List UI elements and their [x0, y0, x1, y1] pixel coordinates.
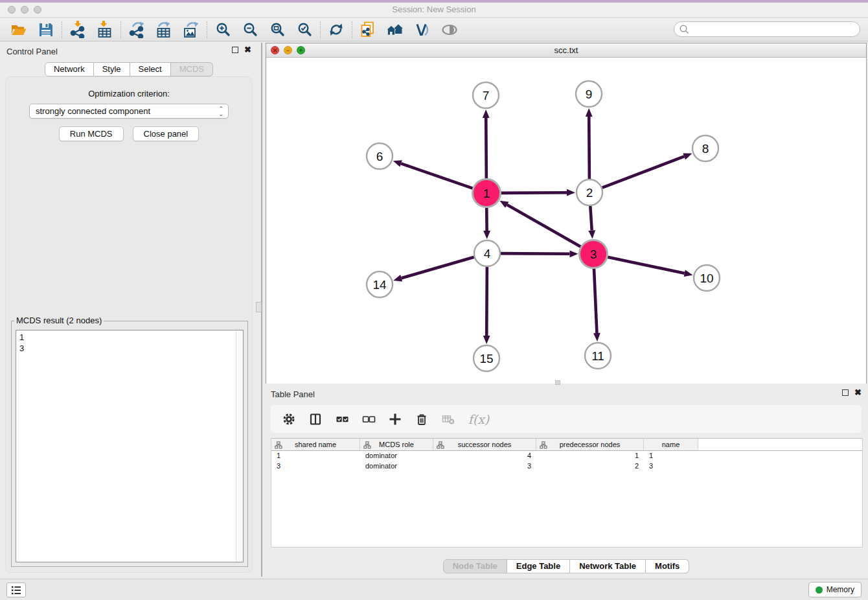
import-table-icon	[97, 21, 113, 38]
delete-column-button[interactable]	[414, 411, 429, 427]
edge-4-14[interactable]	[402, 257, 474, 278]
zoom-out-icon	[243, 22, 258, 37]
search-input[interactable]	[690, 23, 860, 35]
open-file-button[interactable]	[5, 19, 32, 40]
search-box[interactable]	[674, 21, 860, 37]
edge-1-2[interactable]	[501, 192, 567, 193]
edge-1-6[interactable]	[401, 163, 473, 188]
table-panel-title: Table Panel	[271, 389, 315, 399]
show-all-columns-button[interactable]	[334, 411, 350, 427]
apply-layout-button[interactable]	[323, 19, 350, 40]
hide-all-columns-button[interactable]	[361, 411, 376, 427]
edge-4-15[interactable]	[486, 267, 487, 336]
float-panel-icon[interactable]	[232, 47, 238, 53]
task-history-button[interactable]	[6, 583, 26, 597]
unchecked-boxes-icon	[362, 413, 376, 426]
tab-edge-table[interactable]: Edge Table	[507, 559, 570, 573]
float-table-panel-icon[interactable]	[842, 389, 849, 396]
header-filler	[698, 439, 862, 450]
control-panel: Control Panel ✖ NetworkStyleSelectMCDS O…	[1, 43, 257, 577]
import-table-button[interactable]	[91, 19, 119, 40]
cell-shared-name[interactable]: 3	[271, 461, 360, 472]
cell-MCDS-role[interactable]: dominator	[360, 461, 433, 472]
cell-successor-nodes[interactable]: 4	[433, 451, 536, 461]
run-mcds-button[interactable]: Run MCDS	[59, 126, 124, 141]
cell-name[interactable]: 1	[644, 451, 698, 461]
cell-successor-nodes[interactable]: 3	[433, 461, 536, 472]
tab-mcds[interactable]: MCDS	[171, 62, 213, 76]
export-network-button[interactable]	[123, 19, 150, 40]
column-header-successor-nodes[interactable]: successor nodes	[433, 439, 536, 450]
control-panel-header: Control Panel ✖	[1, 43, 257, 60]
import-network-button[interactable]	[64, 19, 91, 40]
clone-network-icon	[360, 21, 376, 38]
create-column-button[interactable]	[387, 411, 403, 427]
network-window-titlebar[interactable]: ✕ − + scc.txt	[266, 43, 866, 58]
edge-2-9[interactable]	[589, 117, 589, 179]
column-header-predecessor-nodes[interactable]: predecessor nodes	[536, 439, 644, 450]
close-panel-icon[interactable]: ✖	[244, 47, 251, 53]
cell-shared-name[interactable]: 1	[271, 451, 360, 461]
edge-arrow-3-10	[684, 270, 693, 277]
column-header-name[interactable]: name	[644, 439, 698, 450]
zoom-selected-button[interactable]	[291, 19, 318, 40]
zoom-fit-button[interactable]	[264, 19, 291, 40]
column-label: shared name	[295, 441, 336, 448]
clone-network-button[interactable]	[354, 19, 382, 40]
column-header-MCDS-role[interactable]: MCDS role	[360, 439, 433, 450]
zoom-in-button[interactable]	[209, 19, 236, 40]
cell-MCDS-role[interactable]: dominator	[360, 451, 433, 461]
plus-icon	[389, 413, 402, 426]
export-table-button[interactable]	[150, 19, 177, 40]
edge-arrow-4-15	[483, 336, 490, 344]
edge-2-8[interactable]	[602, 156, 685, 187]
edge-4-3[interactable]	[501, 253, 570, 254]
zoom-in-icon	[216, 22, 231, 37]
tab-network[interactable]: Network	[45, 62, 94, 76]
cell-predecessor-nodes[interactable]: 1	[536, 451, 644, 461]
memory-button[interactable]: Memory	[808, 582, 862, 597]
node-table[interactable]: shared nameMCDS rolesuccessor nodesprede…	[271, 438, 863, 548]
node-label-11: 11	[591, 349, 604, 363]
table-header-row: shared nameMCDS rolesuccessor nodesprede…	[271, 439, 862, 451]
export-image-button[interactable]	[177, 19, 205, 40]
table-row[interactable]: 3dominator323	[271, 461, 862, 472]
trash-icon	[415, 413, 428, 426]
tab-motifs[interactable]: Motifs	[646, 559, 689, 573]
edge-1-7[interactable]	[486, 118, 486, 179]
tab-style[interactable]: Style	[94, 62, 130, 76]
app-titlebar: Session: New Session	[0, 0, 868, 18]
show-all-networks-button[interactable]	[382, 19, 409, 40]
edge-3-1[interactable]	[507, 205, 581, 247]
table-settings-button[interactable]	[281, 411, 297, 427]
close-table-panel-icon[interactable]: ✖	[854, 389, 862, 396]
edge-arrow-2-8	[683, 153, 692, 159]
tab-network-table[interactable]: Network Table	[570, 559, 646, 573]
splitter-grip[interactable]	[256, 302, 262, 312]
mcds-result-area[interactable]: 1 3	[16, 330, 244, 562]
edge-3-11[interactable]	[594, 268, 597, 333]
toolbar-separator	[352, 21, 352, 38]
edge-2-3[interactable]	[590, 206, 591, 231]
table-toolbar: f(x)	[271, 405, 862, 433]
criterion-dropdown[interactable]: strongly connected component ⌃⌄	[29, 104, 229, 119]
edge-3-10[interactable]	[608, 257, 685, 273]
column-header-shared-name[interactable]: shared name	[271, 439, 360, 450]
zoom-out-button[interactable]	[236, 19, 264, 40]
save-session-button[interactable]	[32, 19, 60, 40]
result-scrollbar[interactable]	[236, 330, 243, 562]
network-window: ✕ − + scc.txt 7968124314101511	[266, 43, 867, 384]
network-canvas[interactable]: 7968124314101511	[266, 58, 866, 384]
table-row[interactable]: 1dominator411	[271, 451, 862, 461]
node-label-2: 2	[586, 186, 593, 200]
vizmapper-icon	[415, 22, 430, 38]
close-panel-button[interactable]: Close panel	[133, 126, 200, 141]
hide-graphics-button[interactable]	[436, 19, 463, 40]
tab-select[interactable]: Select	[130, 62, 171, 76]
cell-predecessor-nodes[interactable]: 2	[536, 461, 644, 472]
split-panel-button[interactable]	[308, 411, 323, 427]
cell-name[interactable]: 3	[644, 461, 698, 472]
vizmapper-button[interactable]	[409, 19, 436, 40]
tab-node-table[interactable]: Node Table	[443, 559, 507, 573]
canvas-resize-handle[interactable]	[555, 380, 560, 385]
